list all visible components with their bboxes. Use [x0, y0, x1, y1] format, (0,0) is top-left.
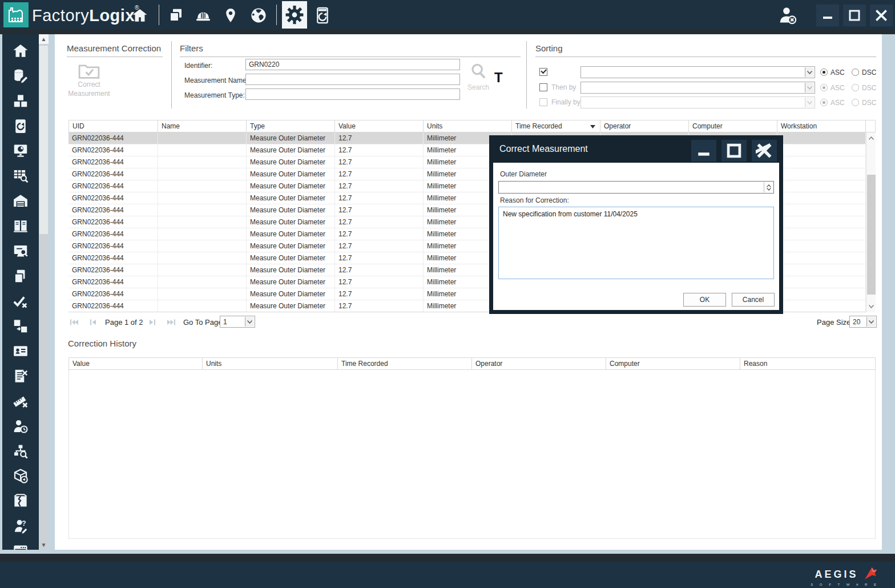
asc-radio[interactable]: [820, 69, 828, 76]
sidebar-item-dashboard-monitor[interactable]: [12, 142, 29, 159]
history-column-units[interactable]: Units: [203, 357, 338, 370]
search-button[interactable]: Search: [466, 62, 491, 91]
sidebar-item-database-edit[interactable]: [12, 67, 29, 84]
previous-page-button[interactable]: [88, 317, 97, 327]
measurement-name-input[interactable]: [245, 74, 460, 85]
minimize-button[interactable]: [816, 5, 839, 26]
hardhat-icon[interactable]: [193, 6, 213, 25]
cell-workstation: [777, 228, 866, 240]
sidebar-item-package-damaged[interactable]: [12, 493, 29, 510]
column-header-units[interactable]: Units: [424, 120, 512, 132]
cell-name: [158, 192, 247, 204]
sidebar-item-home[interactable]: [12, 42, 29, 59]
sidebar-scrollbar[interactable]: ▲ ▼: [39, 34, 49, 550]
reason-textarea[interactable]: New specification from customer 11/04/20…: [498, 207, 774, 279]
dsc-radio[interactable]: [852, 69, 859, 76]
ok-button[interactable]: OK: [683, 293, 726, 307]
svg-text:?: ?: [22, 519, 26, 527]
sort-field-select[interactable]: [580, 82, 815, 94]
table-scrollbar[interactable]: [866, 132, 876, 312]
dsc-radio: [852, 99, 859, 106]
cell-type: Measure Outer Diameter: [247, 264, 335, 276]
cell-value: 12.7: [335, 168, 424, 180]
cell-value: 12.7: [335, 240, 424, 252]
user-logout-icon[interactable]: [777, 5, 798, 26]
spinner-arrows-icon[interactable]: [764, 182, 773, 192]
sidebar-item-device-restore[interactable]: [12, 118, 29, 135]
cell-name: [158, 132, 247, 144]
sidebar-item-app-window[interactable]: [12, 543, 29, 550]
column-header-type[interactable]: Type: [247, 120, 335, 132]
dialog-maximize-button[interactable]: [721, 140, 747, 162]
history-column-time-recorded[interactable]: Time Recorded: [338, 357, 472, 370]
sidebar-item-document-cancel[interactable]: [12, 368, 29, 385]
first-page-button[interactable]: [69, 317, 78, 327]
chevron-down-icon[interactable]: [866, 317, 876, 327]
cell-type: Measure Outer Diameter: [247, 288, 335, 300]
last-page-button[interactable]: [167, 317, 176, 327]
column-header-value[interactable]: Value: [335, 120, 424, 132]
hierarchy-search-icon: [12, 443, 29, 460]
column-header-computer[interactable]: Computer: [689, 120, 777, 132]
scroll-down-icon[interactable]: [866, 302, 876, 311]
cell-value: 12.7: [335, 216, 424, 228]
sidebar-item-pallet-boxes[interactable]: [12, 92, 29, 110]
page-size-label: Page Size: [817, 318, 850, 327]
column-header-uid[interactable]: UID: [68, 120, 158, 132]
column-header-operator[interactable]: Operator: [600, 120, 689, 132]
cancel-button[interactable]: Cancel: [732, 293, 775, 307]
dialog-minimize-button[interactable]: [691, 140, 716, 162]
sidebar-item-document-copy[interactable]: [12, 268, 29, 285]
dialog-close-button[interactable]: [752, 140, 777, 162]
identifier-input[interactable]: [245, 59, 460, 70]
cell-uid: GRN022036-444: [68, 132, 158, 144]
documents-icon[interactable]: [166, 6, 186, 25]
location-pin-icon[interactable]: [221, 6, 240, 25]
scrollbar-thumb[interactable]: [39, 46, 48, 234]
sidebar-item-check-cancel[interactable]: [12, 293, 29, 310]
correct-measurement-button[interactable]: Correct Measurement: [53, 80, 126, 98]
sort-field-select[interactable]: [580, 66, 815, 78]
scroll-down-icon[interactable]: ▼: [39, 540, 49, 550]
column-header-name[interactable]: Name: [158, 120, 247, 132]
sidebar-item-person-question[interactable]: ?: [12, 518, 29, 535]
cell-value: 12.7: [335, 204, 424, 216]
column-header-time-recorded[interactable]: Time Recorded: [512, 120, 600, 132]
column-header-workstation[interactable]: Workstation: [777, 120, 866, 132]
history-column-value[interactable]: Value: [68, 357, 203, 370]
sort-checkbox[interactable]: [539, 83, 547, 91]
sidebar-item-book[interactable]: [12, 218, 29, 235]
sidebar-item-table-search[interactable]: [12, 167, 29, 184]
cell-type: Measure Outer Diameter: [247, 300, 335, 312]
text-filter-icon[interactable]: T: [494, 70, 503, 86]
home-icon[interactable]: [130, 6, 150, 25]
settings-tab-selected[interactable]: [282, 1, 307, 29]
history-column-computer[interactable]: Computer: [606, 357, 740, 370]
dsc-radio: [852, 84, 859, 91]
sidebar-item-id-card[interactable]: [12, 343, 29, 360]
outer-diameter-spinner[interactable]: [498, 181, 774, 194]
sidebar-item-person-time[interactable]: [12, 418, 29, 435]
scrollbar-thumb[interactable]: [867, 175, 876, 295]
device-restore-icon[interactable]: [313, 6, 332, 25]
close-button[interactable]: [870, 5, 893, 26]
scroll-up-icon[interactable]: [866, 134, 876, 143]
history-column-operator[interactable]: Operator: [472, 357, 606, 370]
sidebar-item-package-forward[interactable]: [12, 468, 29, 485]
next-page-button[interactable]: [148, 317, 157, 327]
go-to-page-select[interactable]: 1: [220, 316, 255, 328]
sidebar-item-box-transfer[interactable]: [12, 317, 29, 335]
sort-checkbox[interactable]: [539, 68, 547, 76]
chevron-down-icon[interactable]: [245, 317, 254, 327]
maximize-button[interactable]: [843, 5, 866, 26]
scroll-up-icon[interactable]: ▲: [39, 34, 49, 44]
page-size-select[interactable]: 20: [849, 316, 877, 328]
sidebar-item-hierarchy-search[interactable]: [12, 443, 29, 460]
sidebar-item-warehouse[interactable]: [12, 192, 29, 210]
chevron-down-icon[interactable]: [805, 67, 814, 77]
globe-icon[interactable]: [249, 6, 268, 25]
history-column-reason[interactable]: Reason: [740, 357, 876, 370]
sidebar-item-ruler-cancel[interactable]: [12, 393, 29, 410]
sidebar-item-monitor-search[interactable]: [12, 243, 29, 260]
measurement-type-input[interactable]: [245, 88, 460, 100]
